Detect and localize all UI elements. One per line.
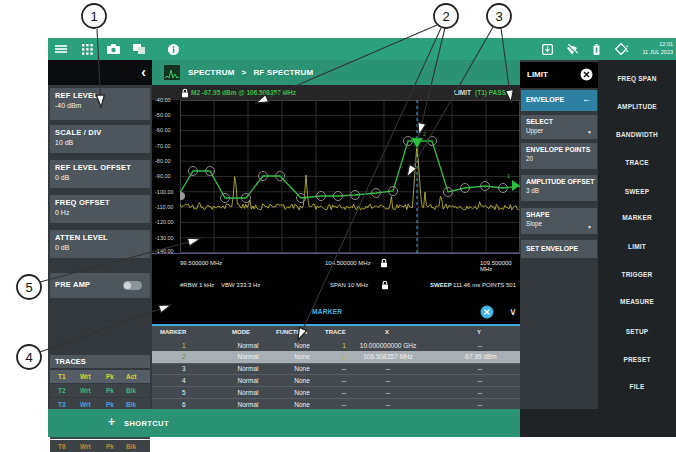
y-tick: -70.00 (155, 143, 181, 149)
dropdown-caret-icon: ▼ (587, 224, 592, 230)
select-dropdown[interactable]: SELECT Upper ▼ (521, 115, 597, 139)
atten-level-button[interactable]: ATTEN LEVEL 0 dB (50, 230, 150, 258)
callout-circle-3 (487, 4, 511, 28)
svg-text:1: 1 (90, 9, 97, 24)
menu-limit[interactable]: LIMIT (598, 243, 676, 250)
marker-table-titlebar: MARKER (152, 300, 500, 324)
back-arrow-icon: ← (582, 94, 591, 104)
menu-amplitude[interactable]: AMPLITUDE (598, 103, 676, 110)
callout-circle-1 (82, 4, 106, 28)
col-marker: MARKER (160, 329, 186, 335)
hamburger-menu-icon[interactable] (54, 42, 68, 56)
marker2-label: 2 (423, 131, 426, 137)
span-lock-icon (381, 280, 389, 290)
set-envelope-button[interactable]: SET ENVELOPE (521, 240, 597, 258)
amplitude-settings-panel: REF LEVEL -40 dBm SCALE / DIV 10 dB REF … (48, 85, 152, 409)
col-x: X (385, 329, 389, 335)
y-tick: -40.00 (155, 97, 181, 103)
callout-circle-2 (434, 4, 458, 28)
analyzer-window: 12:01 11 JUL 2023 ‹ SPECTRUM > RF SPECTR… (48, 38, 676, 437)
breadcrumb-app[interactable]: SPECTRUM (188, 68, 235, 77)
plus-icon: + (108, 415, 115, 429)
svg-text:4: 4 (25, 350, 32, 365)
col-mode: MODE (232, 329, 250, 335)
battery-icon[interactable] (589, 42, 603, 56)
ref-level-offset-button[interactable]: REF LEVEL OFFSET 0 dB (50, 160, 150, 188)
y-tick: -60.00 (155, 127, 181, 133)
frequency-row: 99.500000 MHz 104.500000 MHz 109.500000 … (152, 253, 520, 275)
info-icon[interactable] (166, 42, 180, 56)
menu-sweep[interactable]: SWEEP (598, 188, 676, 195)
y-tick: -110.00 (155, 204, 181, 210)
limit-panel-title: LIMIT (527, 70, 548, 79)
freq-offset-button[interactable]: FREQ OFFSET 0 Hz (50, 195, 150, 223)
menu-measure[interactable]: MEASURE (598, 298, 676, 305)
menu-bandwidth[interactable]: BANDWIDTH (598, 131, 676, 138)
envelope-menu-item[interactable]: ENVELOPE ← (521, 90, 597, 111)
breadcrumb-separator: > (242, 68, 247, 77)
bandwidth-row: #RBW 1 kHz VBW 333.3 Hz SPAN 10 MHz SWEE… (152, 275, 520, 297)
save-screen-icon[interactable] (540, 42, 554, 56)
limit-panel-close-icon[interactable] (580, 68, 593, 81)
scale-div-button[interactable]: SCALE / DIV 10 dB (50, 125, 150, 153)
start-freq: 99.500000 MHz (180, 260, 222, 266)
apps-grid-icon[interactable] (80, 42, 94, 56)
callout-circle-5 (17, 275, 41, 299)
sweep-value: 111.46 ms (453, 282, 480, 288)
menu-marker[interactable]: MARKER (598, 214, 676, 221)
stop-freq: 109.500000 MHz (480, 260, 520, 272)
preamp-toggle[interactable] (123, 281, 142, 290)
spectrum-thumbnail-icon (164, 65, 180, 80)
trace-row-t6[interactable]: T6 Wrt Pk Blk (50, 440, 150, 452)
y-tick: -50.00 (155, 112, 181, 118)
marker1-label: 1 (507, 173, 510, 179)
menu-file[interactable]: FILE (598, 383, 676, 390)
svg-text:3: 3 (495, 9, 502, 24)
breadcrumb-view[interactable]: RF SPECTRUM (253, 68, 313, 77)
col-y: Y (477, 329, 481, 335)
points-value: POINTS 501 (482, 282, 516, 288)
span-value: SPAN 10 MHz (330, 282, 368, 288)
sweep-label: SWEEP (430, 282, 452, 288)
top-system-bar: 12:01 11 JUL 2023 (48, 38, 676, 60)
dropdown-caret-icon: ▼ (587, 129, 592, 135)
main-menu-column: FREQ SPAN AMPLITUDE BANDWIDTH TRACE SWEE… (598, 60, 676, 437)
menu-trace[interactable]: TRACE (598, 159, 676, 166)
trace-row-t1[interactable]: T1 Wrt Pk Act (50, 370, 150, 383)
envelope-points-button[interactable]: ENVELOPE POINTS 20 (521, 143, 597, 169)
documentation-figure: 12:01 11 JUL 2023 ‹ SPECTRUM > RF SPECTR… (0, 0, 676, 452)
breadcrumb: SPECTRUM > RF SPECTRUM (152, 60, 520, 85)
shortcut-bar: + SHORTCUT (48, 409, 520, 437)
amplitude-offset-button[interactable]: AMPLITUDE OFFSET 3 dB (521, 175, 597, 201)
date: 11 JUL 2023 (621, 48, 673, 56)
marker-table-title: MARKER (312, 308, 342, 315)
y-tick: -100.00 (155, 189, 181, 195)
screenshot-camera-icon[interactable] (106, 42, 120, 56)
marker-table-close-icon[interactable] (480, 305, 494, 319)
callout-circle-4 (17, 345, 41, 369)
y-tick: -130.00 (155, 235, 181, 241)
svg-text:2: 2 (442, 9, 449, 24)
add-shortcut-button[interactable]: SHORTCUT (124, 419, 169, 428)
menu-setup[interactable]: SETUP (598, 328, 676, 335)
center-freq: 104.500000 MHz (325, 260, 371, 266)
menu-trigger[interactable]: TRIGGER (598, 271, 676, 278)
y-tick: -80.00 (155, 158, 181, 164)
windows-overlap-icon[interactable] (132, 42, 146, 56)
col-trace: TRACE (325, 329, 346, 335)
marker-readout: M2 -67.95 dBm @ 106.508357 MHz (191, 89, 296, 96)
wifi-off-icon[interactable] (565, 42, 579, 56)
center-freq-lock-icon (380, 258, 388, 268)
menu-preset[interactable]: PRESET (598, 356, 676, 363)
ref-level-button[interactable]: REF LEVEL -40 dBm (50, 88, 150, 120)
spectrum-plot: 2 1 (180, 100, 520, 253)
marker-table: MARKER MODE FUNCTION TRACE X Y 1 Normal … (152, 326, 520, 409)
collapse-panel-button[interactable]: ‹ (141, 63, 146, 81)
vbw-value: VBW 333.3 Hz (221, 282, 260, 288)
marker-lock-icon (181, 88, 189, 98)
chart-header-strip: M2 -67.95 dBm @ 106.508357 MHz LIMIT(T1)… (152, 85, 520, 100)
pre-amp-row: PRE AMP (50, 273, 150, 298)
shape-dropdown[interactable]: SHAPE Slope ▼ (521, 208, 597, 234)
trace-row-t2[interactable]: T2 Wrt Pk Blk (50, 384, 150, 397)
menu-freq-span[interactable]: FREQ SPAN (598, 75, 676, 82)
